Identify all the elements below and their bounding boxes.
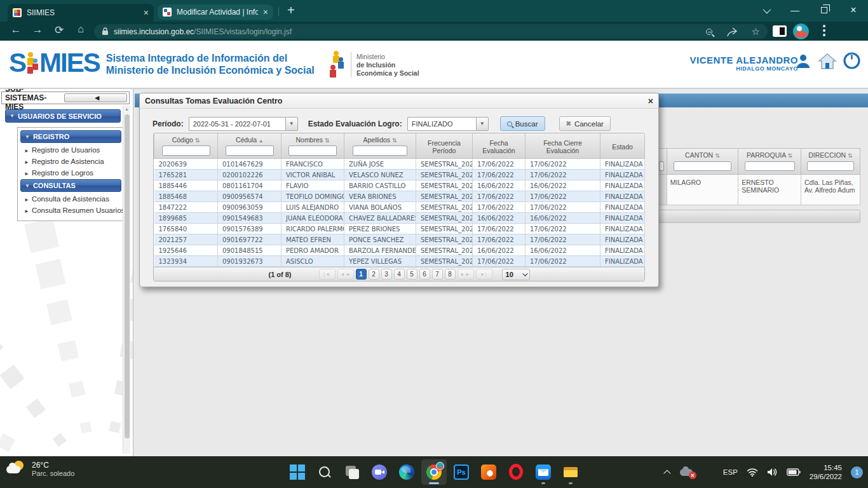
task-view-icon[interactable] — [339, 459, 365, 485]
notification-badge[interactable]: 1 — [851, 466, 863, 478]
page-button[interactable]: 2 — [369, 269, 379, 280]
background-column-parroquia[interactable]: PARROQUIA ⇅ — [738, 148, 801, 175]
side-panel-icon[interactable] — [773, 25, 787, 37]
table-row[interactable]: 18996850901549683JUANA ELEODORACHAVEZ BA… — [154, 213, 645, 224]
codigo-filter-input[interactable] — [162, 146, 210, 156]
tab-search-chevron-icon[interactable] — [751, 0, 780, 20]
office-icon[interactable] — [476, 459, 501, 485]
apellidos-filter-input[interactable] — [353, 146, 407, 156]
modal-close-icon[interactable]: × — [648, 97, 653, 105]
search-icon[interactable] — [312, 459, 337, 485]
table-row[interactable]: MILAGRO ERNESTO SEMINARIO Cdla. Las Piña… — [656, 175, 860, 205]
photoshop-icon[interactable]: Ps — [449, 459, 474, 485]
reload-icon[interactable]: ⟳ — [51, 24, 67, 37]
battery-icon[interactable] — [787, 468, 801, 476]
table-row[interactable]: 19256460901848515PEDRO AMADORBARZOLA FER… — [154, 245, 645, 256]
background-column-canton[interactable]: CANTON ⇅ — [667, 148, 738, 175]
next-page-icon[interactable]: ►► — [458, 269, 474, 280]
sidebar-item[interactable]: ►Registro de Asistencia — [20, 156, 121, 168]
table-row[interactable]: 18472220900963059LUIS ALEJANDROVIANA BOL… — [154, 202, 645, 213]
home-page-icon[interactable] — [818, 53, 837, 69]
onedrive-icon[interactable]: ✕ — [680, 466, 696, 478]
cancelar-button[interactable]: ✖Cancelar — [559, 116, 611, 131]
prev-page-icon[interactable]: ◄◄ — [337, 269, 354, 280]
table-row[interactable]: 17652810200102226VICTOR ANIBALVELASCO NU… — [154, 170, 645, 180]
column-filter-input[interactable] — [674, 161, 731, 171]
column-header-apellidos[interactable]: Apellidos ⇅ — [344, 133, 416, 159]
new-tab-button[interactable]: + — [287, 4, 295, 17]
dropdown-arrow-icon[interactable]: ▼ — [476, 117, 489, 131]
wifi-icon[interactable] — [747, 468, 758, 477]
restore-button[interactable] — [810, 0, 839, 20]
chrome-icon[interactable] — [421, 459, 447, 485]
browser-menu-icon[interactable]: ••• — [821, 24, 827, 37]
sidebar-section-usuarios-de-servicio[interactable]: ▼ USUARIOS DE SERVICIO — [5, 109, 121, 123]
table-row[interactable]: 20206390101467629FRANCISCOZUÑA JOSESEMES… — [154, 159, 645, 170]
column-filter-input[interactable] — [745, 161, 795, 171]
sidebar-item[interactable]: ►Registro de Logros — [20, 168, 121, 179]
sidebar-scrollbar[interactable]: ▲ — [123, 105, 130, 454]
table-row[interactable]: 20212570901697722MATEO EFRENPONCE SANCHE… — [154, 234, 645, 245]
column-header-nombres[interactable]: Nombres ⇅ — [281, 133, 344, 159]
consultas-modal: Consultas Tomas Evaluación Centro × Perí… — [139, 93, 659, 287]
language-indicator[interactable]: ESP — [723, 468, 738, 476]
last-page-icon[interactable]: ►| — [476, 269, 492, 280]
sidebar-group-consultas[interactable]: ▼CONSULTAS — [20, 179, 121, 192]
windows-start-icon[interactable] — [285, 459, 310, 485]
column-filter-input[interactable] — [659, 161, 664, 171]
column-header-cedula[interactable]: Cédula ▲ — [218, 133, 281, 159]
clock[interactable]: 15:45 29/6/2022 — [810, 463, 842, 481]
tab-close-icon[interactable]: × — [263, 8, 268, 17]
background-column-direccion[interactable]: DIRECCION ⇅ — [801, 148, 860, 175]
table-row[interactable]: 17658400901576389RICARDO PALERMOPEREZ BR… — [154, 224, 645, 234]
sidebar-item[interactable]: ►Consulta Resumen Usuarios — [20, 205, 121, 217]
column-filter-input[interactable] — [807, 161, 854, 171]
chat-icon[interactable] — [367, 459, 392, 485]
table-row[interactable]: 13239340901932673ASISCLOYEPEZ VILLEGASSE… — [154, 256, 645, 267]
first-page-icon[interactable]: |◄ — [319, 269, 336, 280]
nombres-filter-input[interactable] — [288, 146, 336, 156]
file-explorer-icon[interactable] — [558, 459, 583, 485]
page-button[interactable]: 1 — [356, 269, 367, 280]
page-button[interactable]: 5 — [407, 269, 417, 280]
estado-select[interactable]: FINALIZADO ▼ — [407, 117, 489, 131]
forward-icon[interactable]: → — [29, 24, 46, 36]
back-icon[interactable]: ← — [8, 24, 24, 36]
opera-icon[interactable] — [503, 459, 529, 485]
dropdown-arrow-icon[interactable]: ▼ — [285, 117, 298, 131]
table-row[interactable]: 18854460801161704FLAVIOBARRIO CASTILLOSE… — [154, 180, 645, 191]
browser-profile-avatar[interactable] — [793, 24, 809, 39]
page-button[interactable]: 6 — [419, 269, 430, 280]
volume-icon[interactable] — [767, 468, 778, 477]
mail-icon[interactable] — [531, 459, 556, 485]
logout-power-icon[interactable] — [843, 52, 860, 69]
zoom-out-icon[interactable] — [706, 29, 712, 35]
share-icon[interactable] — [726, 27, 738, 37]
close-window-button[interactable]: × — [839, 0, 868, 20]
home-icon[interactable]: ⌂ — [72, 24, 89, 35]
scrollbar-thumb[interactable] — [125, 114, 130, 438]
sidebar-item[interactable]: ►Consulta de Asistencias — [20, 194, 121, 205]
page-size-select[interactable]: 10 — [502, 269, 530, 280]
sidebar-item[interactable]: ►Registro de Usuarios — [20, 145, 121, 156]
sidebar-collapse-icon[interactable]: ◄ — [64, 93, 128, 102]
page-button[interactable]: 8 — [445, 269, 456, 280]
periodo-select[interactable]: 2022-05-31 - 2022-07-01 ▼ — [189, 117, 298, 131]
tab-siimies[interactable]: SIIMIES × — [8, 4, 154, 22]
profile-icon[interactable] — [795, 53, 811, 69]
tab-close-icon[interactable]: × — [144, 8, 149, 17]
tab-modificar-actividad[interactable]: Modificar Actividad | Informes M × — [158, 4, 273, 20]
table-row[interactable]: 18854680900956574TEOFILO DOMINGOVERA BRI… — [154, 191, 645, 202]
column-header-codigo[interactable]: Código ⇅ — [154, 133, 218, 159]
page-button[interactable]: 7 — [432, 269, 443, 280]
scroll-up-icon[interactable]: ▲ — [125, 107, 129, 111]
bookmark-star-icon[interactable]: ☆ — [752, 26, 760, 37]
url-bar[interactable]: siimies.inclusion.gob.ec/SIIMIES/vistas/… — [94, 24, 768, 39]
cedula-filter-input[interactable] — [226, 146, 274, 156]
sidebar-group-registro[interactable]: ▼REGISTRO — [20, 130, 121, 143]
buscar-button[interactable]: Buscar — [500, 116, 545, 131]
minimize-button[interactable]: — — [780, 0, 810, 20]
page-button[interactable]: 3 — [381, 269, 392, 280]
edge-icon[interactable] — [394, 459, 419, 485]
page-button[interactable]: 4 — [394, 269, 405, 280]
